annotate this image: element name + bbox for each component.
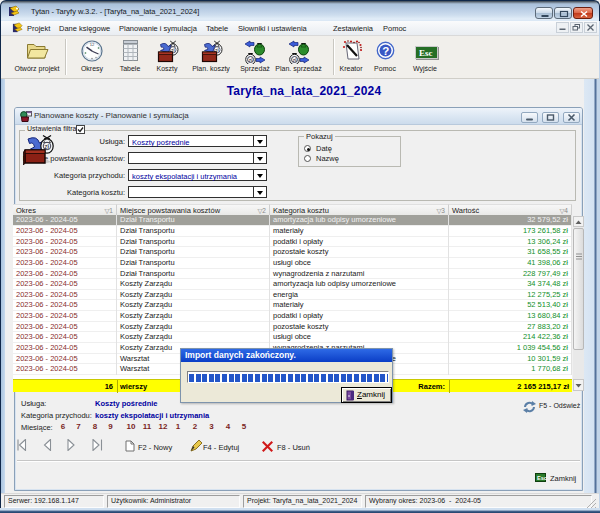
svg-text:zł: zł bbox=[44, 143, 49, 150]
svg-text:12: 12 bbox=[90, 42, 95, 47]
svg-text:?: ? bbox=[382, 45, 389, 57]
